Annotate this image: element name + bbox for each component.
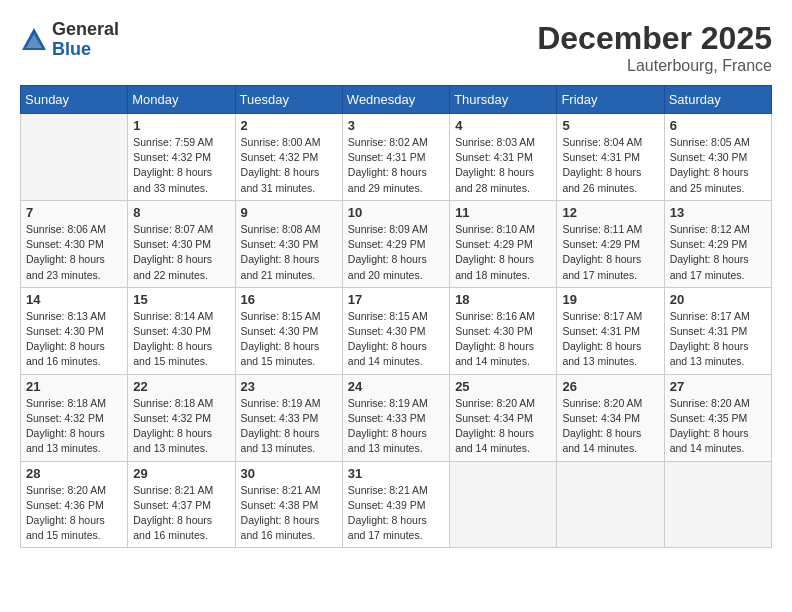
cell-sun-info: Sunrise: 8:20 AM Sunset: 4:34 PM Dayligh… [562, 396, 658, 457]
cell-sun-info: Sunrise: 8:19 AM Sunset: 4:33 PM Dayligh… [241, 396, 337, 457]
logo-general-text: General [52, 20, 119, 40]
cell-sun-info: Sunrise: 7:59 AM Sunset: 4:32 PM Dayligh… [133, 135, 229, 196]
cell-sun-info: Sunrise: 8:06 AM Sunset: 4:30 PM Dayligh… [26, 222, 122, 283]
calendar-cell: 21Sunrise: 8:18 AM Sunset: 4:32 PM Dayli… [21, 374, 128, 461]
cell-sun-info: Sunrise: 8:07 AM Sunset: 4:30 PM Dayligh… [133, 222, 229, 283]
logo-blue-text: Blue [52, 40, 119, 60]
calendar-cell: 25Sunrise: 8:20 AM Sunset: 4:34 PM Dayli… [450, 374, 557, 461]
calendar-cell: 22Sunrise: 8:18 AM Sunset: 4:32 PM Dayli… [128, 374, 235, 461]
calendar-cell [450, 461, 557, 548]
month-title: December 2025 [537, 20, 772, 57]
calendar-cell: 19Sunrise: 8:17 AM Sunset: 4:31 PM Dayli… [557, 287, 664, 374]
day-of-week-header: Tuesday [235, 86, 342, 114]
calendar-cell: 30Sunrise: 8:21 AM Sunset: 4:38 PM Dayli… [235, 461, 342, 548]
cell-day-number: 25 [455, 379, 551, 394]
calendar-cell [21, 114, 128, 201]
cell-day-number: 18 [455, 292, 551, 307]
calendar-cell: 12Sunrise: 8:11 AM Sunset: 4:29 PM Dayli… [557, 200, 664, 287]
day-of-week-header: Sunday [21, 86, 128, 114]
cell-day-number: 28 [26, 466, 122, 481]
cell-day-number: 1 [133, 118, 229, 133]
cell-day-number: 7 [26, 205, 122, 220]
calendar-cell: 6Sunrise: 8:05 AM Sunset: 4:30 PM Daylig… [664, 114, 771, 201]
cell-sun-info: Sunrise: 8:18 AM Sunset: 4:32 PM Dayligh… [133, 396, 229, 457]
cell-day-number: 8 [133, 205, 229, 220]
calendar-cell: 28Sunrise: 8:20 AM Sunset: 4:36 PM Dayli… [21, 461, 128, 548]
logo: General Blue [20, 20, 119, 60]
cell-day-number: 20 [670, 292, 766, 307]
cell-sun-info: Sunrise: 8:12 AM Sunset: 4:29 PM Dayligh… [670, 222, 766, 283]
cell-sun-info: Sunrise: 8:18 AM Sunset: 4:32 PM Dayligh… [26, 396, 122, 457]
calendar-cell: 9Sunrise: 8:08 AM Sunset: 4:30 PM Daylig… [235, 200, 342, 287]
cell-sun-info: Sunrise: 8:17 AM Sunset: 4:31 PM Dayligh… [670, 309, 766, 370]
cell-day-number: 13 [670, 205, 766, 220]
cell-sun-info: Sunrise: 8:00 AM Sunset: 4:32 PM Dayligh… [241, 135, 337, 196]
calendar-week-row: 1Sunrise: 7:59 AM Sunset: 4:32 PM Daylig… [21, 114, 772, 201]
cell-sun-info: Sunrise: 8:15 AM Sunset: 4:30 PM Dayligh… [348, 309, 444, 370]
cell-day-number: 14 [26, 292, 122, 307]
cell-sun-info: Sunrise: 8:10 AM Sunset: 4:29 PM Dayligh… [455, 222, 551, 283]
cell-sun-info: Sunrise: 8:21 AM Sunset: 4:38 PM Dayligh… [241, 483, 337, 544]
cell-day-number: 24 [348, 379, 444, 394]
calendar-table: SundayMondayTuesdayWednesdayThursdayFrid… [20, 85, 772, 548]
calendar-cell: 10Sunrise: 8:09 AM Sunset: 4:29 PM Dayli… [342, 200, 449, 287]
day-of-week-header: Monday [128, 86, 235, 114]
cell-day-number: 12 [562, 205, 658, 220]
cell-sun-info: Sunrise: 8:20 AM Sunset: 4:35 PM Dayligh… [670, 396, 766, 457]
cell-day-number: 3 [348, 118, 444, 133]
calendar-cell: 2Sunrise: 8:00 AM Sunset: 4:32 PM Daylig… [235, 114, 342, 201]
cell-sun-info: Sunrise: 8:14 AM Sunset: 4:30 PM Dayligh… [133, 309, 229, 370]
calendar-cell: 14Sunrise: 8:13 AM Sunset: 4:30 PM Dayli… [21, 287, 128, 374]
cell-sun-info: Sunrise: 8:21 AM Sunset: 4:39 PM Dayligh… [348, 483, 444, 544]
calendar-cell: 7Sunrise: 8:06 AM Sunset: 4:30 PM Daylig… [21, 200, 128, 287]
calendar-cell: 27Sunrise: 8:20 AM Sunset: 4:35 PM Dayli… [664, 374, 771, 461]
calendar-week-row: 28Sunrise: 8:20 AM Sunset: 4:36 PM Dayli… [21, 461, 772, 548]
cell-day-number: 9 [241, 205, 337, 220]
calendar-cell: 5Sunrise: 8:04 AM Sunset: 4:31 PM Daylig… [557, 114, 664, 201]
calendar-cell: 4Sunrise: 8:03 AM Sunset: 4:31 PM Daylig… [450, 114, 557, 201]
cell-day-number: 27 [670, 379, 766, 394]
calendar-cell: 18Sunrise: 8:16 AM Sunset: 4:30 PM Dayli… [450, 287, 557, 374]
cell-sun-info: Sunrise: 8:02 AM Sunset: 4:31 PM Dayligh… [348, 135, 444, 196]
calendar-cell: 17Sunrise: 8:15 AM Sunset: 4:30 PM Dayli… [342, 287, 449, 374]
cell-sun-info: Sunrise: 8:09 AM Sunset: 4:29 PM Dayligh… [348, 222, 444, 283]
cell-day-number: 10 [348, 205, 444, 220]
cell-day-number: 6 [670, 118, 766, 133]
calendar-cell: 15Sunrise: 8:14 AM Sunset: 4:30 PM Dayli… [128, 287, 235, 374]
calendar-cell: 26Sunrise: 8:20 AM Sunset: 4:34 PM Dayli… [557, 374, 664, 461]
calendar-cell: 1Sunrise: 7:59 AM Sunset: 4:32 PM Daylig… [128, 114, 235, 201]
cell-day-number: 29 [133, 466, 229, 481]
calendar-week-row: 21Sunrise: 8:18 AM Sunset: 4:32 PM Dayli… [21, 374, 772, 461]
logo-icon [20, 26, 48, 54]
calendar-cell: 24Sunrise: 8:19 AM Sunset: 4:33 PM Dayli… [342, 374, 449, 461]
cell-day-number: 26 [562, 379, 658, 394]
day-of-week-header: Wednesday [342, 86, 449, 114]
cell-day-number: 15 [133, 292, 229, 307]
calendar-cell: 8Sunrise: 8:07 AM Sunset: 4:30 PM Daylig… [128, 200, 235, 287]
cell-sun-info: Sunrise: 8:16 AM Sunset: 4:30 PM Dayligh… [455, 309, 551, 370]
calendar-cell: 29Sunrise: 8:21 AM Sunset: 4:37 PM Dayli… [128, 461, 235, 548]
calendar-cell: 3Sunrise: 8:02 AM Sunset: 4:31 PM Daylig… [342, 114, 449, 201]
cell-sun-info: Sunrise: 8:17 AM Sunset: 4:31 PM Dayligh… [562, 309, 658, 370]
cell-day-number: 4 [455, 118, 551, 133]
calendar-cell: 16Sunrise: 8:15 AM Sunset: 4:30 PM Dayli… [235, 287, 342, 374]
cell-sun-info: Sunrise: 8:11 AM Sunset: 4:29 PM Dayligh… [562, 222, 658, 283]
calendar-cell: 23Sunrise: 8:19 AM Sunset: 4:33 PM Dayli… [235, 374, 342, 461]
location-subtitle: Lauterbourg, France [537, 57, 772, 75]
cell-sun-info: Sunrise: 8:03 AM Sunset: 4:31 PM Dayligh… [455, 135, 551, 196]
calendar-week-row: 7Sunrise: 8:06 AM Sunset: 4:30 PM Daylig… [21, 200, 772, 287]
calendar-header-row: SundayMondayTuesdayWednesdayThursdayFrid… [21, 86, 772, 114]
cell-sun-info: Sunrise: 8:19 AM Sunset: 4:33 PM Dayligh… [348, 396, 444, 457]
cell-day-number: 2 [241, 118, 337, 133]
cell-sun-info: Sunrise: 8:05 AM Sunset: 4:30 PM Dayligh… [670, 135, 766, 196]
title-block: December 2025 Lauterbourg, France [537, 20, 772, 75]
calendar-week-row: 14Sunrise: 8:13 AM Sunset: 4:30 PM Dayli… [21, 287, 772, 374]
day-of-week-header: Thursday [450, 86, 557, 114]
page-header: General Blue December 2025 Lauterbourg, … [20, 20, 772, 75]
cell-sun-info: Sunrise: 8:21 AM Sunset: 4:37 PM Dayligh… [133, 483, 229, 544]
cell-day-number: 16 [241, 292, 337, 307]
calendar-cell: 13Sunrise: 8:12 AM Sunset: 4:29 PM Dayli… [664, 200, 771, 287]
cell-sun-info: Sunrise: 8:08 AM Sunset: 4:30 PM Dayligh… [241, 222, 337, 283]
cell-day-number: 11 [455, 205, 551, 220]
calendar-cell: 31Sunrise: 8:21 AM Sunset: 4:39 PM Dayli… [342, 461, 449, 548]
